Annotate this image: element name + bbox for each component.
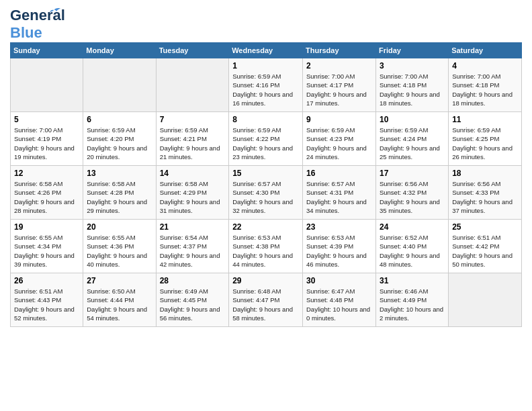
- day-info: Sunrise: 6:47 AM Sunset: 4:48 PM Dayligh…: [306, 287, 372, 322]
- day-number: 28: [160, 276, 226, 285]
- sunrise-label: Sunrise: 6:58 AM: [87, 180, 135, 187]
- daylight-label: Daylight: 10 hours and 0 minutes.: [306, 306, 370, 322]
- sunset-label: Sunset: 4:30 PM: [232, 189, 279, 196]
- calendar-week-2: 12 Sunrise: 6:58 AM Sunset: 4:26 PM Dayl…: [11, 166, 522, 220]
- daylight-label: Daylight: 9 hours and 58 minutes.: [232, 306, 293, 322]
- sunrise-label: Sunrise: 6:53 AM: [306, 234, 355, 241]
- day-info: Sunrise: 6:57 AM Sunset: 4:31 PM Dayligh…: [306, 179, 372, 215]
- day-info: Sunrise: 6:59 AM Sunset: 4:24 PM Dayligh…: [380, 126, 445, 161]
- calendar-cell: 8 Sunrise: 6:59 AM Sunset: 4:22 PM Dayli…: [229, 112, 303, 166]
- day-number: 8: [232, 115, 299, 124]
- day-number: 27: [87, 276, 152, 285]
- sunset-label: Sunset: 4:40 PM: [380, 242, 427, 250]
- calendar-cell: 15 Sunrise: 6:57 AM Sunset: 4:30 PM Dayl…: [229, 166, 303, 220]
- day-info: Sunrise: 6:56 AM Sunset: 4:33 PM Dayligh…: [452, 179, 518, 215]
- day-number: 26: [14, 276, 79, 285]
- weekday-header-wednesday: Wednesday: [229, 43, 303, 58]
- daylight-label: Daylight: 9 hours and 54 minutes.: [87, 306, 147, 322]
- sunset-label: Sunset: 4:29 PM: [160, 189, 207, 196]
- calendar-cell: 14 Sunrise: 6:58 AM Sunset: 4:29 PM Dayl…: [156, 166, 229, 220]
- calendar-cell: 28 Sunrise: 6:49 AM Sunset: 4:45 PM Dayl…: [156, 273, 229, 327]
- daylight-label: Daylight: 9 hours and 18 minutes.: [452, 91, 513, 107]
- sunrise-label: Sunrise: 6:58 AM: [160, 180, 208, 187]
- calendar-cell: 9 Sunrise: 6:59 AM Sunset: 4:23 PM Dayli…: [303, 112, 376, 166]
- daylight-label: Daylight: 9 hours and 29 minutes.: [87, 198, 147, 214]
- daylight-label: Daylight: 9 hours and 37 minutes.: [452, 198, 513, 214]
- daylight-label: Daylight: 9 hours and 40 minutes.: [87, 252, 147, 268]
- sunset-label: Sunset: 4:28 PM: [87, 189, 134, 196]
- sunset-label: Sunset: 4:17 PM: [306, 81, 353, 89]
- calendar-cell: 20 Sunrise: 6:55 AM Sunset: 4:36 PM Dayl…: [83, 220, 156, 273]
- calendar-cell: 30 Sunrise: 6:47 AM Sunset: 4:48 PM Dayl…: [303, 273, 376, 327]
- day-number: 20: [87, 222, 152, 232]
- day-info: Sunrise: 6:52 AM Sunset: 4:40 PM Dayligh…: [380, 233, 445, 269]
- day-number: 21: [160, 222, 226, 232]
- calendar-cell: 4 Sunrise: 7:00 AM Sunset: 4:18 PM Dayli…: [449, 58, 522, 112]
- sunrise-label: Sunrise: 6:51 AM: [14, 287, 62, 295]
- sunrise-label: Sunrise: 6:59 AM: [380, 126, 428, 134]
- daylight-label: Daylight: 9 hours and 17 minutes.: [306, 91, 367, 107]
- daylight-label: Daylight: 9 hours and 16 minutes.: [232, 91, 293, 107]
- daylight-label: Daylight: 9 hours and 56 minutes.: [160, 306, 220, 322]
- calendar-cell: 13 Sunrise: 6:58 AM Sunset: 4:28 PM Dayl…: [83, 166, 156, 220]
- day-number: 14: [160, 169, 226, 178]
- sunrise-label: Sunrise: 6:59 AM: [306, 126, 355, 134]
- daylight-label: Daylight: 9 hours and 23 minutes.: [232, 144, 293, 161]
- calendar-cell: 1 Sunrise: 6:59 AM Sunset: 4:16 PM Dayli…: [229, 58, 303, 112]
- sunrise-label: Sunrise: 6:49 AM: [160, 287, 208, 295]
- daylight-label: Daylight: 9 hours and 21 minutes.: [160, 144, 220, 161]
- calendar-cell: 6 Sunrise: 6:59 AM Sunset: 4:20 PM Dayli…: [83, 112, 156, 166]
- day-number: 31: [380, 276, 445, 285]
- calendar-week-4: 26 Sunrise: 6:51 AM Sunset: 4:43 PM Dayl…: [11, 273, 522, 327]
- day-info: Sunrise: 6:58 AM Sunset: 4:26 PM Dayligh…: [14, 179, 79, 215]
- weekday-header-row: SundayMondayTuesdayWednesdayThursdayFrid…: [11, 43, 522, 58]
- day-info: Sunrise: 7:00 AM Sunset: 4:18 PM Dayligh…: [380, 72, 445, 107]
- sunset-label: Sunset: 4:16 PM: [232, 81, 279, 89]
- sunset-label: Sunset: 4:45 PM: [160, 296, 207, 304]
- sunrise-label: Sunrise: 6:59 AM: [87, 126, 135, 134]
- sunset-label: Sunset: 4:43 PM: [14, 296, 61, 304]
- sunset-label: Sunset: 4:44 PM: [87, 296, 134, 304]
- day-info: Sunrise: 6:57 AM Sunset: 4:30 PM Dayligh…: [232, 179, 299, 215]
- day-number: 30: [306, 276, 372, 285]
- day-info: Sunrise: 6:59 AM Sunset: 4:20 PM Dayligh…: [87, 126, 152, 161]
- day-info: Sunrise: 6:59 AM Sunset: 4:16 PM Dayligh…: [232, 72, 299, 107]
- sunset-label: Sunset: 4:33 PM: [452, 189, 499, 196]
- header: General Blue: [10, 7, 522, 37]
- day-info: Sunrise: 6:56 AM Sunset: 4:32 PM Dayligh…: [380, 179, 445, 215]
- sunrise-label: Sunrise: 6:54 AM: [160, 234, 208, 241]
- sunset-label: Sunset: 4:22 PM: [232, 135, 279, 142]
- daylight-label: Daylight: 9 hours and 46 minutes.: [306, 252, 367, 268]
- page: General Blue SundayMondayTuesdayWednesda…: [0, 0, 532, 411]
- calendar-cell: 23 Sunrise: 6:53 AM Sunset: 4:39 PM Dayl…: [303, 220, 376, 273]
- sunset-label: Sunset: 4:42 PM: [452, 242, 499, 250]
- calendar-cell: 17 Sunrise: 6:56 AM Sunset: 4:32 PM Dayl…: [375, 166, 448, 220]
- day-info: Sunrise: 6:55 AM Sunset: 4:36 PM Dayligh…: [87, 233, 152, 269]
- daylight-label: Daylight: 9 hours and 18 minutes.: [380, 91, 440, 107]
- day-number: 6: [87, 115, 152, 124]
- logo-blue: Blue: [10, 24, 42, 41]
- weekday-header-saturday: Saturday: [449, 43, 522, 58]
- calendar-cell: 31 Sunrise: 6:46 AM Sunset: 4:49 PM Dayl…: [375, 273, 448, 327]
- weekday-header-tuesday: Tuesday: [156, 43, 229, 58]
- day-number: 25: [452, 222, 518, 232]
- day-number: 16: [306, 169, 372, 178]
- day-number: 7: [160, 115, 226, 124]
- calendar-cell: 16 Sunrise: 6:57 AM Sunset: 4:31 PM Dayl…: [303, 166, 376, 220]
- sunset-label: Sunset: 4:21 PM: [160, 135, 207, 142]
- day-number: 12: [14, 169, 79, 178]
- calendar-cell: 29 Sunrise: 6:48 AM Sunset: 4:47 PM Dayl…: [229, 273, 303, 327]
- calendar-table: SundayMondayTuesdayWednesdayThursdayFrid…: [10, 42, 522, 327]
- day-number: 23: [306, 222, 372, 232]
- daylight-label: Daylight: 9 hours and 32 minutes.: [232, 198, 293, 214]
- sunrise-label: Sunrise: 6:51 AM: [452, 234, 500, 241]
- day-info: Sunrise: 6:59 AM Sunset: 4:22 PM Dayligh…: [232, 126, 299, 161]
- day-number: 3: [380, 61, 445, 71]
- sunset-label: Sunset: 4:20 PM: [87, 135, 134, 142]
- sunset-label: Sunset: 4:36 PM: [87, 242, 134, 250]
- sunrise-label: Sunrise: 7:00 AM: [14, 126, 62, 134]
- day-info: Sunrise: 7:00 AM Sunset: 4:19 PM Dayligh…: [14, 126, 79, 161]
- calendar-cell: 12 Sunrise: 6:58 AM Sunset: 4:26 PM Dayl…: [11, 166, 83, 220]
- sunrise-label: Sunrise: 6:55 AM: [14, 234, 62, 241]
- sunrise-label: Sunrise: 7:00 AM: [306, 73, 355, 80]
